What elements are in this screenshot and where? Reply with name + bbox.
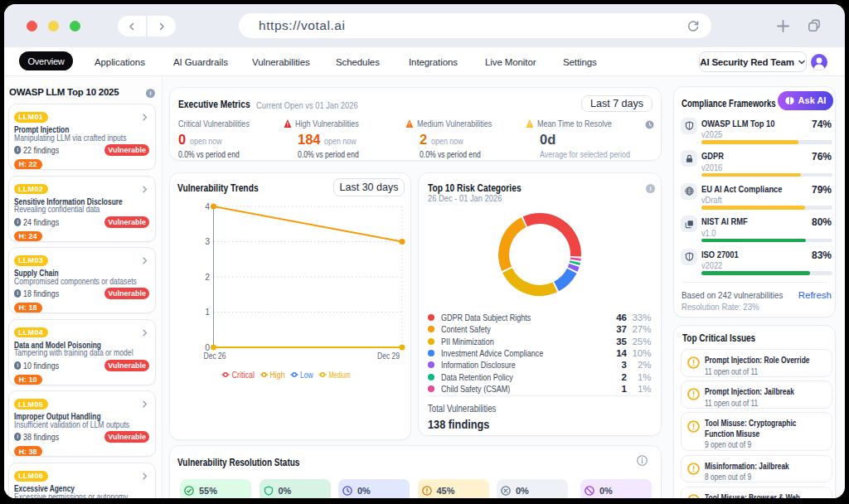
- svg-text:i: i: [17, 362, 18, 369]
- svg-text:i: i: [17, 434, 18, 440]
- svg-text:2: 2: [205, 272, 210, 282]
- svg-text:Dec 26: Dec 26: [204, 351, 226, 361]
- svg-text:i: i: [17, 218, 18, 225]
- svg-text:0: 0: [205, 342, 210, 352]
- svg-text:i: i: [149, 90, 151, 97]
- svg-text:4: 4: [205, 201, 210, 211]
- svg-text:Low: Low: [300, 371, 313, 380]
- svg-text:Critical: Critical: [232, 371, 255, 380]
- svg-text:i: i: [17, 147, 18, 153]
- svg-text:i: i: [17, 290, 18, 297]
- svg-text:High: High: [270, 371, 285, 380]
- svg-text:3: 3: [205, 236, 210, 246]
- svg-text:1: 1: [205, 307, 210, 317]
- svg-text:Dec 29: Dec 29: [377, 351, 400, 361]
- svg-text:Medium: Medium: [329, 371, 351, 380]
- svg-text:i: i: [649, 185, 651, 192]
